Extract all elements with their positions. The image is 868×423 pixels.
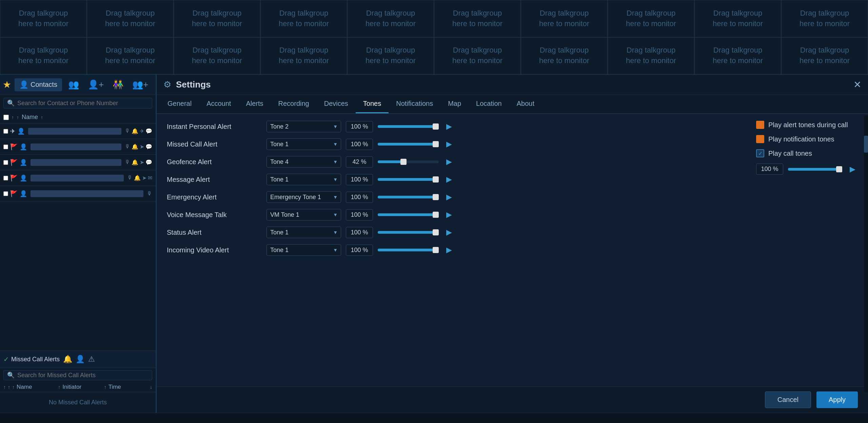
bell-icon[interactable]: 🔔	[134, 175, 141, 181]
mca-slider[interactable]	[378, 143, 439, 146]
monitor-cell[interactable]: Drag talkgrouphere to monitor	[347, 37, 434, 75]
iva-tone-select[interactable]: Tone 1 Tone 2 Tone 3	[267, 244, 341, 256]
select-all-checkbox[interactable]	[3, 115, 9, 120]
monitor-cell[interactable]: Drag talkgrouphere to monitor	[608, 0, 694, 37]
tab-general[interactable]: General	[160, 95, 199, 113]
monitor-cell[interactable]: Drag talkgrouphere to monitor	[260, 37, 347, 75]
call-tones-checkbox[interactable]: ✓	[756, 149, 764, 157]
vmt-play-button[interactable]: ▶	[443, 209, 454, 220]
bell-icon[interactable]: 🔔	[132, 159, 138, 166]
sta-play-button[interactable]: ▶	[443, 227, 454, 238]
tab-devices[interactable]: Devices	[317, 95, 356, 113]
row-checkbox[interactable]	[3, 129, 8, 134]
row-checkbox[interactable]	[3, 191, 8, 196]
missed-call-search-input[interactable]	[17, 372, 149, 379]
send-icon[interactable]: ➤	[140, 143, 144, 150]
add-group-icon-btn[interactable]: 👥+	[130, 78, 151, 91]
monitor-cell[interactable]: Drag talkgrouphere to monitor	[694, 37, 781, 75]
sort-up-icon[interactable]: ↑	[12, 115, 14, 120]
monitor-cell[interactable]: Drag talkgrouphere to monitor	[434, 0, 521, 37]
ipa-slider[interactable]	[378, 125, 439, 128]
mc-init-sort[interactable]: ↑	[104, 384, 106, 390]
tab-recording[interactable]: Recording	[271, 95, 317, 113]
mca-play-button[interactable]: ▶	[443, 139, 454, 150]
cancel-button[interactable]: Cancel	[765, 391, 811, 408]
geo-play-button[interactable]: ▶	[443, 156, 454, 167]
tab-location[interactable]: Location	[469, 95, 509, 113]
msg-slider[interactable]	[378, 178, 439, 181]
bell-icon[interactable]: 🔔	[132, 128, 138, 134]
send-icon[interactable]: ➤	[142, 175, 146, 181]
call-tone-play-button[interactable]: ▶	[847, 164, 858, 175]
apply-button[interactable]: Apply	[816, 391, 858, 408]
bell-icon[interactable]: 🔔	[132, 143, 138, 150]
mic-icon[interactable]: 🎙	[125, 128, 130, 134]
tab-map[interactable]: Map	[440, 95, 469, 113]
monitor-cell[interactable]: Drag talkgrouphere to monitor	[174, 37, 260, 75]
emg-play-button[interactable]: ▶	[443, 192, 454, 203]
mc-sort-up3[interactable]: ↑	[12, 384, 15, 390]
notification-tones-checkbox[interactable]	[756, 135, 764, 143]
alert-tones-checkbox[interactable]	[756, 121, 764, 129]
row-checkbox[interactable]	[3, 145, 8, 149]
row-checkbox[interactable]	[3, 160, 8, 165]
monitor-cell[interactable]: Drag talkgrouphere to monitor	[521, 0, 608, 37]
name-sort-icon[interactable]: ↑	[41, 115, 43, 120]
emg-tone-select[interactable]: Emergency Tone 1 Emergency Tone 2	[267, 191, 341, 203]
row-checkbox[interactable]	[3, 176, 8, 180]
mic-icon[interactable]: 🎙	[127, 175, 133, 181]
monitor-cell[interactable]: Drag talkgrouphere to monitor	[87, 37, 174, 75]
monitor-cell[interactable]: Drag talkgrouphere to monitor	[0, 0, 87, 37]
msg-tone-select[interactable]: Tone 1 Tone 2 Tone 3	[267, 174, 341, 185]
monitor-cell[interactable]: Drag talkgrouphere to monitor	[781, 0, 868, 37]
mic2-icon[interactable]: 🎙	[147, 191, 152, 197]
contact-search-input[interactable]	[17, 100, 149, 107]
settings-scrollbar[interactable]	[864, 115, 868, 392]
group2-icon-btn[interactable]: 👫	[110, 78, 126, 91]
mc-sort-up2[interactable]: ↑	[8, 384, 10, 390]
emg-slider[interactable]	[378, 196, 439, 198]
geo-tone-select[interactable]: Tone 4 Tone 1 Tone 2 Tone 3	[267, 156, 341, 168]
send-icon[interactable]: ✈	[140, 128, 144, 134]
monitor-cell[interactable]: Drag talkgrouphere to monitor	[87, 0, 174, 37]
tab-alerts[interactable]: Alerts	[238, 95, 271, 113]
call-tone-volume-slider[interactable]	[788, 168, 842, 171]
geo-slider[interactable]	[378, 160, 439, 163]
mc-time-sort[interactable]: ↓	[150, 384, 152, 390]
monitor-cell[interactable]: Drag talkgrouphere to monitor	[347, 0, 434, 37]
monitor-cell[interactable]: Drag talkgrouphere to monitor	[781, 37, 868, 75]
vmt-slider[interactable]	[378, 213, 439, 216]
mca-tone-select[interactable]: Tone 1 Tone 2 Tone 3	[267, 138, 341, 150]
iva-slider[interactable]	[378, 249, 439, 251]
monitor-cell[interactable]: Drag talkgrouphere to monitor	[521, 37, 608, 75]
mic-icon[interactable]: 🎙	[125, 159, 130, 166]
group-icon-btn[interactable]: 👥	[65, 78, 82, 91]
monitor-cell[interactable]: Drag talkgrouphere to monitor	[608, 37, 694, 75]
tab-notifications[interactable]: Notifications	[389, 95, 440, 113]
settings-close-button[interactable]: ✕	[853, 79, 861, 90]
mic-icon[interactable]: 🎙	[125, 143, 130, 150]
send-icon[interactable]: ➤	[140, 159, 144, 166]
monitor-cell[interactable]: Drag talkgrouphere to monitor	[174, 0, 260, 37]
msg-play-button[interactable]: ▶	[443, 174, 454, 185]
ipa-play-button[interactable]: ▶	[443, 121, 454, 132]
iva-play-button[interactable]: ▶	[443, 245, 454, 255]
tab-tones[interactable]: Tones	[356, 95, 389, 113]
mc-name-sort[interactable]: ↑	[58, 384, 60, 390]
monitor-cell[interactable]: Drag talkgrouphere to monitor	[0, 37, 87, 75]
contacts-tab[interactable]: 👤 Contacts	[15, 78, 62, 91]
add-person-icon-btn[interactable]: 👤+	[85, 78, 106, 91]
tab-account[interactable]: Account	[199, 95, 238, 113]
ipa-tone-select[interactable]: Tone 2 Tone 1 Tone 3 Tone 4	[267, 121, 341, 132]
star-icon[interactable]: ★	[3, 79, 11, 90]
sort-up2-icon[interactable]: ↑	[17, 115, 19, 120]
sta-tone-select[interactable]: Tone 1 Tone 2 Tone 3	[267, 227, 341, 238]
monitor-cell[interactable]: Drag talkgrouphere to monitor	[694, 0, 781, 37]
monitor-cell[interactable]: Drag talkgrouphere to monitor	[260, 0, 347, 37]
message-icon[interactable]: ✉	[148, 175, 152, 181]
vmt-tone-select[interactable]: VM Tone 1 VM Tone 2	[267, 209, 341, 220]
tab-about[interactable]: About	[509, 95, 542, 113]
monitor-cell[interactable]: Drag talkgrouphere to monitor	[434, 37, 521, 75]
mc-sort-up1[interactable]: ↑	[3, 384, 6, 390]
sta-slider[interactable]	[378, 231, 439, 234]
